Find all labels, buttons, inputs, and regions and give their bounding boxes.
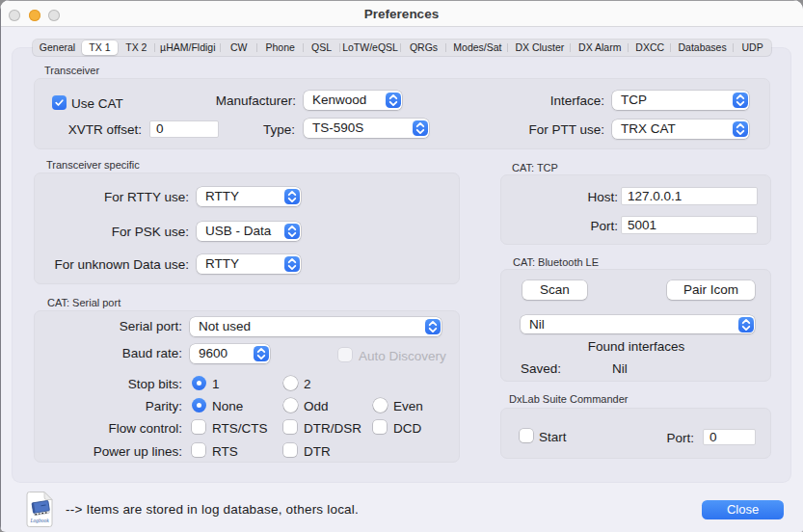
svg-text:Logbook: Logbook: [29, 518, 49, 523]
